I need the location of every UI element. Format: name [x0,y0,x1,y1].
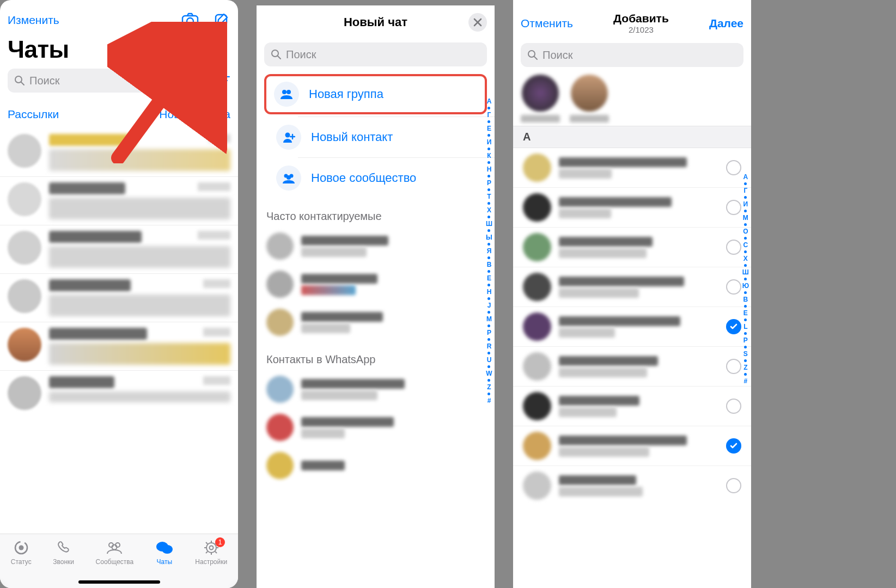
tab-label: Настройки [195,558,227,566]
tab-label: Сообщества [96,558,134,566]
avatar [523,233,551,261]
edit-button[interactable]: Изменить [8,14,59,27]
participant-row[interactable] [513,148,751,187]
tab-calls[interactable]: Звонки [53,540,74,566]
avatar [523,392,551,420]
chat-row[interactable] [0,225,238,273]
select-radio[interactable] [726,319,741,334]
search-input[interactable]: Поиск [264,42,487,66]
community-icon [276,166,301,191]
select-radio[interactable] [726,279,741,295]
select-radio[interactable] [726,438,741,454]
new-community-row[interactable]: Новое сообщество [257,158,495,198]
contact-row[interactable] [257,446,495,485]
svg-line-28 [278,56,281,59]
contact-text [559,275,718,299]
svg-point-16 [209,546,213,550]
chat-row[interactable] [0,370,238,415]
participant-row[interactable] [513,187,751,227]
tab-status[interactable]: Статус [11,540,32,566]
new-group-link[interactable]: Новая группа [159,108,230,121]
section-contacts: Контакты в WhatsApp [257,341,495,370]
filter-icon[interactable] [216,75,230,87]
camera-icon[interactable] [181,13,199,28]
svg-point-3 [15,76,22,83]
participant-row[interactable] [513,227,751,267]
select-radio[interactable] [726,160,741,175]
header-actions [181,12,230,28]
svg-point-9 [19,546,23,550]
participant-row[interactable] [513,465,751,505]
selected-chip[interactable] [570,75,609,122]
tab-settings[interactable]: Настройки1 [195,540,227,566]
contact-text [559,434,718,458]
alpha-index[interactable]: АГЕИКНРТХШЫЯBEHJMPRUWZ# [486,98,492,404]
next-button[interactable]: Далее [709,17,743,30]
search-input[interactable]: Поиск [8,69,211,93]
chat-row[interactable] [0,176,238,225]
svg-line-24 [206,552,208,553]
svg-point-30 [287,90,291,94]
contact-text [559,354,718,379]
contact-text [559,394,718,419]
contact-text [559,195,718,220]
group-icon [274,82,299,107]
close-button[interactable] [468,13,487,32]
svg-point-14 [162,545,173,554]
alpha-index[interactable]: АГИМОСХШЮBELPSZ# [742,173,749,385]
new-contact-row[interactable]: Новый контакт [257,117,495,157]
action-label: Новое сообщество [311,171,416,185]
compose-icon[interactable] [214,12,230,28]
avatar [523,193,551,222]
chat-row[interactable] [0,273,238,322]
selected-chip[interactable] [521,75,560,122]
page-title: Чаты [0,33,238,69]
participant-row[interactable] [513,267,751,307]
header-counter: 2/1023 [613,25,669,34]
search-placeholder: Поиск [543,49,572,62]
contact-row[interactable] [257,370,495,408]
contact-row[interactable] [257,408,495,446]
search-placeholder: Поиск [286,48,316,61]
avatar [523,313,551,341]
tab-label: Статус [11,558,32,566]
add-contact-icon [276,125,301,150]
close-icon [473,18,482,27]
svg-line-21 [206,542,208,544]
svg-point-1 [187,18,193,24]
avatar [523,154,551,182]
highlight-box: Новая группа [264,74,487,114]
chat-row[interactable] [0,322,238,370]
contact-text [559,235,718,260]
settings-badge: 1 [215,537,225,547]
tab-communities[interactable]: Сообщества [96,540,134,566]
section-frequent: Часто контактируемые [257,198,495,227]
select-radio[interactable] [726,359,741,374]
svg-line-22 [215,552,217,553]
search-input[interactable]: Поиск [521,43,743,67]
tab-bar: Статус Звонки Сообщества Чаты Настройки1 [0,534,238,588]
contact-text [559,315,718,339]
search-icon [271,49,282,60]
avatar [523,432,551,460]
contact-text [559,474,718,498]
participant-row[interactable] [513,386,751,426]
home-indicator [78,580,160,584]
screen-chats: Изменить Чаты Поиск Рассылки Новая групп… [0,0,238,588]
contact-row[interactable] [257,303,495,341]
select-radio[interactable] [726,399,741,414]
participant-row[interactable] [513,426,751,465]
tab-chats[interactable]: Чаты [155,540,174,566]
chat-row[interactable] [0,128,238,176]
participant-row[interactable] [513,346,751,386]
select-radio[interactable] [726,200,741,215]
select-radio[interactable] [726,478,741,493]
select-radio[interactable] [726,240,741,255]
svg-point-29 [282,90,287,94]
participant-row[interactable] [513,307,751,346]
contact-row[interactable] [257,265,495,303]
new-group-row[interactable]: Новая группа [274,82,477,107]
cancel-button[interactable]: Отменить [521,17,573,30]
contact-row[interactable] [257,227,495,265]
broadcasts-link[interactable]: Рассылки [8,108,59,121]
